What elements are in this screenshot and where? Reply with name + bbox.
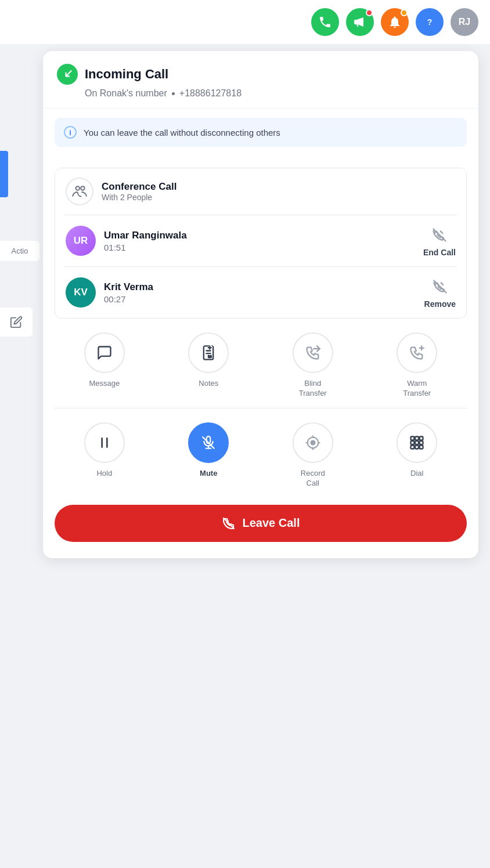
side-action-panel: Actio [0,241,39,261]
notes-button[interactable]: Notes [188,332,229,399]
hold-button[interactable]: Hold [84,422,125,489]
avatar-kv: KV [66,277,96,308]
bell-icon[interactable] [381,8,409,36]
call-title: Incoming Call [85,67,168,82]
dial-button[interactable]: Dial [397,422,437,489]
hold-label: Hold [96,469,112,479]
mute-icon-circle [188,422,229,463]
side-blue-bar [0,151,8,197]
leave-call-button[interactable]: Leave Call [55,505,467,542]
leave-call-icon [222,516,236,530]
svg-rect-31 [420,441,423,444]
svg-point-1 [76,186,80,190]
message-icon-circle [84,332,125,373]
blind-transfer-icon-circle [293,332,333,373]
message-button[interactable]: Message [84,332,125,399]
svg-rect-26 [411,436,415,440]
participant-info-2: Krit Verma 00:27 [104,281,416,304]
info-icon: i [64,126,77,139]
megaphone-badge [366,9,373,16]
mute-button[interactable]: Mute [188,422,229,489]
remove-icon [430,276,451,297]
participant-time-2: 00:27 [104,294,416,304]
notes-icon-circle [188,332,229,373]
warm-transfer-label: Warm Transfer [403,379,431,399]
participant-info-1: Umar Ranginwala 01:51 [104,230,415,252]
record-call-button[interactable]: Record Call [293,422,333,489]
hold-icon-circle [84,422,125,463]
svg-line-35 [224,518,234,529]
user-avatar[interactable]: RJ [451,8,478,36]
svg-rect-32 [411,445,415,449]
conference-icon [66,178,93,205]
dot-separator [172,92,175,95]
phone-icon[interactable] [311,8,339,36]
end-call-label: End Call [423,248,456,257]
call-subtitle: On Ronak's number +18886127818 [57,88,464,99]
call-header: Incoming Call On Ronak's number +1888612… [43,51,478,108]
action-row-2: Hold Mute [43,408,478,500]
record-call-icon-circle [293,422,333,463]
remove-button[interactable]: Remove [424,276,456,309]
svg-rect-29 [411,441,415,444]
megaphone-icon[interactable] [346,8,374,36]
svg-point-21 [311,440,315,444]
conference-title: Conference Call [102,181,176,193]
warm-transfer-icon-circle [397,332,437,373]
conference-header: Conference Call With 2 People [55,168,466,215]
end-call-button[interactable]: End Call [423,225,456,257]
participant-time-1: 01:51 [104,243,415,252]
help-icon[interactable]: ? [416,8,444,36]
dial-icon-circle [397,422,437,463]
participant-row: UR Umar Ranginwala 01:51 End Call [55,215,466,266]
leave-call-label: Leave Call [243,516,300,530]
participant-name-2: Krit Verma [104,281,416,293]
bell-badge [401,9,408,16]
mute-label: Mute [200,469,217,479]
svg-rect-28 [420,436,423,440]
participant-row-2: KV Krit Verma 00:27 Remove [55,267,466,318]
blind-transfer-label: Blind Transfer [299,379,327,399]
conference-section: Conference Call With 2 People UR Umar Ra… [55,168,467,319]
topbar: ? RJ [0,0,490,44]
info-banner: i You can leave the call without disconn… [55,118,467,147]
svg-rect-34 [420,445,423,449]
participant-name-1: Umar Ranginwala [104,230,415,241]
end-call-icon [429,225,450,245]
notes-label: Notes [199,379,218,389]
record-call-label: Record Call [301,469,325,489]
svg-rect-30 [415,441,419,444]
conference-subtitle: With 2 People [102,193,176,202]
dial-label: Dial [410,469,423,479]
call-card: Incoming Call On Ronak's number +1888612… [43,51,478,558]
message-label: Message [89,379,120,389]
side-edit-button[interactable] [0,308,33,337]
svg-rect-33 [415,445,419,449]
blind-transfer-button[interactable]: Blind Transfer [293,332,333,399]
svg-text:?: ? [427,17,433,27]
avatar-ur: UR [66,226,96,256]
svg-rect-27 [415,436,419,440]
warm-transfer-button[interactable]: Warm Transfer [397,332,437,399]
action-row-1: Message Notes [43,319,478,408]
remove-label: Remove [424,299,456,309]
incoming-call-icon [57,64,78,85]
svg-point-2 [81,186,85,190]
